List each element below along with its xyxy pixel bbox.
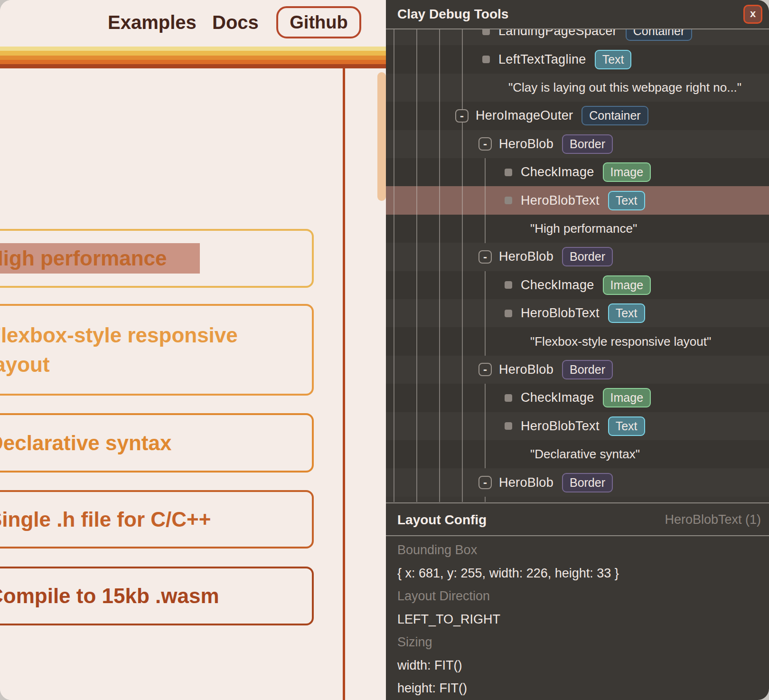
element-type-tag: Image xyxy=(603,275,651,295)
config-section-label: Bounding Box xyxy=(397,543,477,558)
element-type-tag: Border xyxy=(562,247,613,266)
tree-element-name: LeftTextTagline xyxy=(498,52,586,67)
element-tree: LandingPageSpacerContainerLeftTextTaglin… xyxy=(386,0,769,502)
tree-row[interactable]: -HeroBlobBorder xyxy=(478,243,613,271)
tree-row[interactable]: CheckImageImage xyxy=(505,384,651,412)
tree-row[interactable]: HeroBlobTextText xyxy=(505,412,645,440)
feature-card: Flexbox-style responsive layout xyxy=(0,304,314,396)
config-section-label: Layout Direction xyxy=(397,589,490,604)
tree-element-name: CheckImage xyxy=(521,165,594,180)
leaf-dot-icon xyxy=(505,422,512,430)
tree-row[interactable]: HeroBlobTextText xyxy=(505,299,645,327)
tree-row[interactable]: -HeroBlobBorder xyxy=(478,468,613,496)
collapse-minus-icon[interactable]: - xyxy=(478,137,492,151)
tree-element-name: CheckImage xyxy=(521,278,594,293)
tree-element-name: HeroBlob xyxy=(499,137,553,151)
leaf-dot-icon xyxy=(505,394,512,402)
collapse-minus-icon[interactable]: - xyxy=(478,476,492,489)
stripe-band xyxy=(0,64,386,68)
config-value: height: FIT() xyxy=(397,681,467,696)
debug-panel-title: Clay Debug Tools xyxy=(397,0,508,28)
tree-element-name: HeroBlob xyxy=(499,362,553,377)
element-type-tag: Text xyxy=(608,303,645,323)
layout-config-header: Layout Config HeroBlobText (1) xyxy=(386,502,769,536)
feature-card: Declarative syntax xyxy=(0,413,314,473)
github-button[interactable]: Github xyxy=(276,6,361,38)
tree-row[interactable]: CheckImageImage xyxy=(505,271,651,299)
vertical-divider xyxy=(343,68,345,700)
element-type-tag: Text xyxy=(608,416,645,436)
element-type-tag: Image xyxy=(603,388,651,407)
element-type-tag: Border xyxy=(562,134,613,154)
leaf-dot-icon xyxy=(482,56,490,63)
collapse-minus-icon[interactable]: - xyxy=(455,109,469,123)
feature-card-text: Flexbox-style responsive layout xyxy=(0,321,282,379)
close-button[interactable]: x xyxy=(743,5,762,24)
tree-text-content: "Clay is laying out this webpage right n… xyxy=(508,80,741,95)
config-section-label: Sizing xyxy=(397,635,432,650)
tree-element-name: HeroBlobText xyxy=(521,419,600,434)
tree-text-row[interactable]: "Flexbox-style responsive layout" xyxy=(530,327,711,355)
element-type-tag: Border xyxy=(562,360,613,379)
tree-text-content: "High performance" xyxy=(530,221,637,236)
tree-text-content: "Declarative syntax" xyxy=(530,447,640,462)
nav-link-docs[interactable]: Docs xyxy=(212,11,259,33)
tree-rows: LandingPageSpacerContainerLeftTextTaglin… xyxy=(386,0,769,502)
element-type-tag: Border xyxy=(562,473,613,492)
tree-element-name: HeroBlob xyxy=(499,475,553,490)
selected-element-label: HeroBlobText (1) xyxy=(665,503,761,536)
element-type-tag: Container xyxy=(581,106,648,125)
collapse-minus-icon[interactable]: - xyxy=(478,250,492,264)
feature-card-text: Declarative syntax xyxy=(0,428,171,458)
feature-card-text: Compile to 15kb .wasm xyxy=(0,581,219,611)
tree-text-row[interactable]: "Declarative syntax" xyxy=(530,440,640,468)
layout-config-body: Bounding Box{ x: 681, y: 255, width: 226… xyxy=(386,536,769,700)
feature-card-text: High performance xyxy=(0,244,167,273)
app-window: ExamplesDocs Github High performanceFlex… xyxy=(0,0,769,700)
tree-element-name: HeroBlobText xyxy=(521,306,600,321)
element-type-tag: Text xyxy=(595,50,632,69)
tree-row[interactable]: -HeroBlobBorder xyxy=(478,356,613,384)
leaf-dot-icon xyxy=(505,310,512,317)
tree-text-content: "Flexbox-style responsive layout" xyxy=(530,334,711,349)
page-scrollbar[interactable] xyxy=(377,72,386,201)
stripe-band xyxy=(0,47,386,51)
tree-text-row[interactable]: "Clay is laying out this webpage right n… xyxy=(508,74,741,102)
tree-text-row[interactable]: "High performance" xyxy=(530,215,637,243)
tree-row[interactable]: LeftTextTaglineText xyxy=(482,45,631,73)
config-value: width: FIT() xyxy=(397,658,462,673)
tree-row[interactable]: HeroBlobTextText xyxy=(505,186,645,214)
layout-config-title: Layout Config xyxy=(397,503,487,536)
debug-panel-header: Clay Debug Tools x xyxy=(386,0,769,29)
stripe-band xyxy=(0,60,386,64)
tree-element-name: HeroImageOuter xyxy=(476,108,573,123)
config-value: { x: 681, y: 255, width: 226, height: 33… xyxy=(397,566,619,581)
tree-element-name: HeroBlob xyxy=(499,249,553,264)
element-type-tag: Image xyxy=(603,162,651,182)
close-icon: x xyxy=(750,9,756,19)
config-value: LEFT_TO_RIGHT xyxy=(397,612,500,627)
tree-element-name: HeroBlobText xyxy=(521,193,600,208)
leaf-dot-icon xyxy=(505,169,512,176)
debug-panel: LandingPageSpacerContainerLeftTextTaglin… xyxy=(386,0,769,700)
feature-card: Single .h file for C/C++ xyxy=(0,490,314,549)
stripe-band xyxy=(0,56,386,60)
leaf-dot-icon xyxy=(505,197,512,204)
element-type-tag: Text xyxy=(608,191,645,210)
rainbow-stripe xyxy=(0,47,386,68)
tree-row[interactable]: -HeroBlobBorder xyxy=(478,130,613,158)
leaf-dot-icon xyxy=(505,281,512,289)
tree-row[interactable]: CheckImageImage xyxy=(505,158,651,186)
nav-link-examples[interactable]: Examples xyxy=(108,11,197,33)
feature-card-text: Single .h file for C/C++ xyxy=(0,505,211,534)
webpage-panel: ExamplesDocs Github High performanceFlex… xyxy=(0,0,386,700)
tree-element-name: CheckImage xyxy=(521,390,594,405)
stripe-band xyxy=(0,51,386,56)
tree-row[interactable]: -HeroImageOuterContainer xyxy=(455,102,648,130)
feature-card: High performance xyxy=(0,229,314,288)
feature-card: Compile to 15kb .wasm xyxy=(0,567,314,625)
collapse-minus-icon[interactable]: - xyxy=(478,363,492,376)
